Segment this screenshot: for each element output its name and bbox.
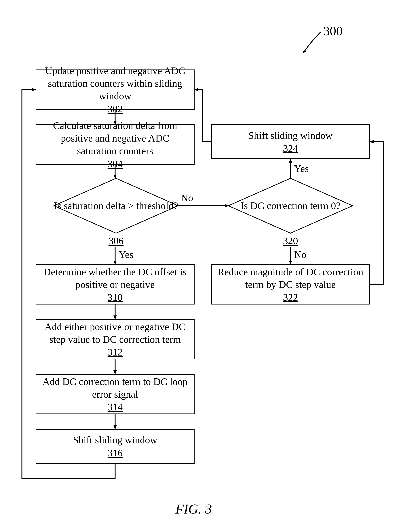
edge-label-320-no: No: [294, 249, 306, 260]
flowchart-connectors: [0, 0, 401, 532]
edge-label-306-no: No: [181, 192, 193, 203]
figure-caption: FIG. 3: [175, 501, 212, 517]
edge-label-320-yes: Yes: [294, 163, 309, 174]
edge-label-306-yes: Yes: [119, 249, 133, 260]
flowchart-page: 300 Update positive and negative ADC sat…: [0, 0, 401, 532]
